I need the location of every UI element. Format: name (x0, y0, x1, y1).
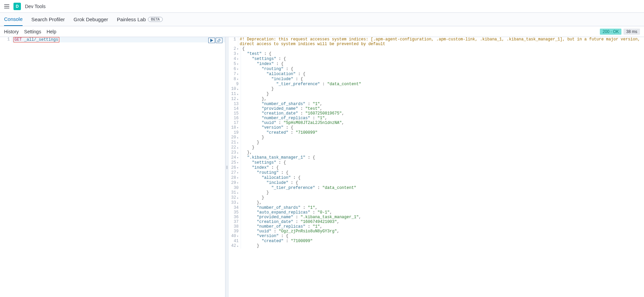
tab-bar: Console Search Profiler Grok Debugger Pa… (0, 13, 644, 26)
console-editor-area: 1 GET _all/_settings 1#! Deprecation: th… (0, 37, 644, 297)
request-pane[interactable]: 1 GET _all/_settings (0, 37, 225, 297)
request-editor[interactable]: 1 GET _all/_settings (0, 37, 225, 297)
tab-search-profiler[interactable]: Search Profiler (31, 13, 65, 26)
history-link[interactable]: History (4, 29, 19, 34)
tab-grok-debugger[interactable]: Grok Debugger (73, 13, 108, 26)
app-badge: D (13, 3, 21, 10)
tab-painless-lab[interactable]: Painless Lab BETA (117, 13, 163, 26)
beta-badge: BETA (148, 17, 163, 22)
response-status-badge: 200 - OK (600, 29, 621, 35)
request-path: _all/_settings (24, 37, 58, 42)
deprecation-warning: #! Deprecation: this request accesses sy… (238, 37, 644, 46)
tab-painless-label: Painless Lab (117, 16, 146, 22)
app-title: Dev Tools (25, 4, 45, 9)
tab-console[interactable]: Console (4, 13, 23, 26)
help-link[interactable]: Help (47, 29, 56, 34)
response-pane: 1#! Deprecation: this request accesses s… (229, 37, 644, 297)
gutter-line-number: 1 (0, 37, 12, 42)
app-header: D Dev Tools (0, 0, 644, 13)
console-sub-toolbar: History Settings Help 200 - OK 38 ms (0, 26, 644, 37)
request-method: GET (14, 37, 22, 42)
send-request-button[interactable] (208, 38, 215, 43)
pane-resize-handle[interactable] (225, 37, 229, 297)
settings-link[interactable]: Settings (24, 29, 41, 34)
hamburger-icon[interactable] (4, 4, 9, 9)
response-viewer[interactable]: 1#! Deprecation: this request accesses s… (229, 37, 644, 297)
request-options-button[interactable] (216, 38, 222, 43)
response-time-badge: 38 ms (623, 29, 640, 35)
